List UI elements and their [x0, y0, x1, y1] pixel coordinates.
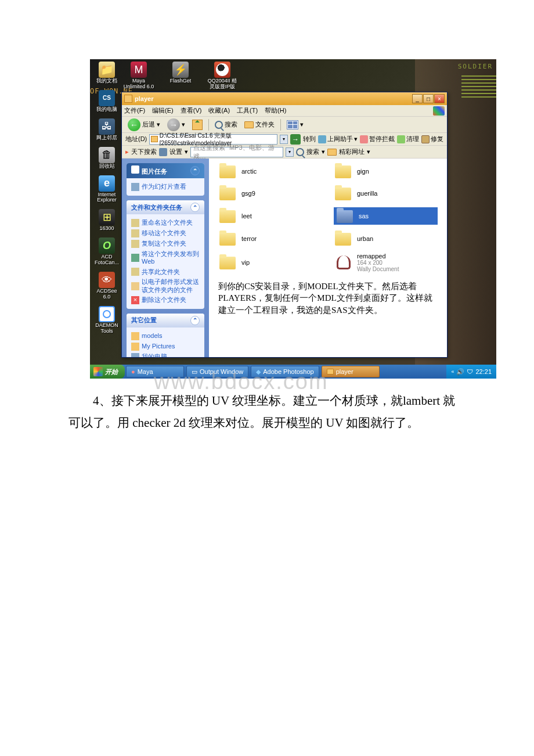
chevron-icon: ⌃ — [190, 203, 200, 212]
publish-label: 将这个文件夹发布到 Web — [142, 250, 200, 265]
desktop-icon-acd[interactable]: O ACD FotoCan... — [93, 237, 120, 266]
other-places-header[interactable]: 其它位置 ⌃ — [127, 314, 204, 327]
back-button[interactable]: ← 后退 ▾ — [125, 117, 163, 132]
folder-guerilla[interactable]: guerilla — [334, 185, 438, 201]
minimize-button[interactable]: _ — [412, 94, 423, 103]
deco-bars — [461, 73, 496, 100]
helper-link[interactable]: 上网助手▾ — [318, 135, 358, 143]
delete-task[interactable]: ×删除这个文件夹 — [131, 295, 200, 305]
taskbar-label: player — [336, 368, 353, 375]
system-tray[interactable]: « 🔊 🛡 22:21 — [446, 365, 496, 379]
move-task[interactable]: 移动这个文件夹 — [131, 228, 200, 239]
rename-task[interactable]: 重命名这个文件夹 — [131, 218, 200, 228]
folder-icon — [218, 163, 238, 179]
taskbar-output[interactable]: ▭Output Window — [186, 366, 248, 377]
folder-icon — [244, 121, 254, 128]
menu-help[interactable]: 帮助(H) — [265, 106, 286, 115]
search-icon — [296, 148, 304, 156]
desktop-icon-docs[interactable]: 📁 我的文档 — [93, 62, 120, 84]
email-icon — [131, 282, 139, 290]
mypics-link[interactable]: My Pictures — [131, 341, 200, 352]
desktop-icon-qq[interactable]: QQ2004II 精灵版显IP版 — [206, 62, 239, 90]
tx-label[interactable]: 天下搜索 — [131, 147, 157, 156]
folder-gsg9[interactable]: gsg9 — [218, 185, 322, 201]
desktop-icon-16300[interactable]: ⊞ 16300 — [93, 209, 120, 232]
models-link[interactable]: models — [131, 331, 200, 341]
file-remapped[interactable]: remapped 164 x 200 Wally Document — [334, 253, 438, 272]
folder-sas[interactable]: sas — [334, 207, 438, 225]
slideshow-task[interactable]: 作为幻灯片查看 — [131, 182, 200, 192]
body-area: 图片任务 ⌃ 作为幻灯片查看 文件和文件夹任务 ⌃ 重命名这个文件夹 移动这个文… — [122, 159, 447, 357]
folder-label: gign — [357, 168, 369, 175]
separator — [280, 119, 281, 131]
email-task[interactable]: 以电子邮件形式发送该文件夹内的文件 — [131, 277, 200, 294]
menu-fav[interactable]: 收藏(A) — [208, 106, 230, 115]
desktop-icon-recycle[interactable]: 🗑 回收站 — [93, 147, 120, 170]
tray-clock[interactable]: 22:21 — [475, 368, 492, 375]
menu-file[interactable]: 文件(F) — [124, 106, 145, 115]
recycle-icon: 🗑 — [99, 147, 115, 163]
ps-icon: ◆ — [256, 368, 261, 376]
taskbar-photoshop[interactable]: ◆Adobe Photoshop — [251, 366, 319, 377]
maximize-button[interactable]: □ — [423, 94, 434, 103]
repair-link[interactable]: 修复 — [421, 135, 443, 143]
folder-gign[interactable]: gign — [334, 163, 438, 179]
folder-icon — [334, 163, 353, 179]
folder-urban[interactable]: urban — [334, 231, 438, 247]
publish-task[interactable]: 将这个文件夹发布到 Web — [131, 249, 200, 267]
close-button[interactable]: × — [434, 94, 445, 103]
clean-icon — [397, 135, 405, 143]
mypics-label: My Pictures — [142, 343, 175, 350]
menu-view[interactable]: 查看(V) — [181, 106, 202, 115]
search-icon — [215, 121, 223, 129]
mycomputer-link[interactable]: 我的电脑 — [131, 352, 200, 357]
desktop-icon-cs[interactable]: CS 我的电脑 — [93, 90, 120, 113]
picture-tasks-header[interactable]: 图片任务 ⌃ — [127, 163, 204, 178]
share-task[interactable]: 共享此文件夹 — [131, 267, 200, 277]
address-dropdown[interactable]: ▾ — [280, 135, 288, 144]
body-paragraph: 4、接下来展开模型的 UV 纹理坐标。建立一个材质球，就lambert 就可以了… — [68, 390, 463, 434]
folders-button[interactable]: 文件夹 — [242, 119, 277, 130]
folder-leet[interactable]: leet — [218, 207, 322, 225]
forward-button[interactable]: → ▾ — [165, 117, 187, 132]
clean-link[interactable]: 清理 — [397, 135, 419, 143]
start-icon — [93, 367, 103, 376]
settings-label[interactable]: 设置 — [169, 147, 182, 156]
menu-edit[interactable]: 编辑(E) — [152, 106, 174, 115]
folder-vip[interactable]: vip — [218, 253, 322, 272]
links-label[interactable]: 精彩网址 — [339, 147, 365, 156]
ie-label: Internet Explorer — [93, 192, 120, 204]
tray-expand-icon[interactable]: « — [451, 369, 454, 375]
desktop-icon-maya[interactable]: M Maya Unlimited 6.0 — [122, 62, 155, 90]
copy-task[interactable]: 复制这个文件夹 — [131, 239, 200, 249]
search-btn-label[interactable]: 搜索 — [306, 147, 319, 156]
block-link[interactable]: 暂停拦截 — [360, 135, 395, 143]
rename-icon — [131, 219, 139, 227]
desktop-icon-ie[interactable]: e Internet Explorer — [93, 175, 120, 204]
tray-icon[interactable]: 🛡 — [467, 368, 473, 375]
desktop-icon-daemon[interactable]: DAEMON Tools — [93, 306, 120, 334]
search-dropdown[interactable]: ▾ — [286, 147, 294, 157]
taskbar-player[interactable]: player — [322, 366, 380, 377]
taskbar-maya[interactable]: ●Maya — [126, 366, 184, 377]
views-button[interactable]: ▾ — [284, 119, 306, 131]
search-input[interactable]: 点这里搜索 "MP3、电影、游戏… — [190, 147, 283, 157]
menu-tools[interactable]: 工具(T) — [237, 106, 258, 115]
up-button[interactable] — [190, 118, 205, 131]
desktop-icon-acdsee[interactable]: 👁 ACDSee 6.0 — [93, 272, 120, 300]
desktop-icon-network[interactable]: 🖧 网上邻居 — [93, 118, 120, 141]
start-button[interactable]: 开始 — [90, 365, 125, 379]
folder-terror[interactable]: terror — [218, 231, 322, 247]
helper-icon — [318, 135, 326, 143]
toolbar: ← 后退 ▾ → ▾ 搜索 文件夹 ▾ — [122, 117, 447, 133]
search-button[interactable]: 搜索 — [212, 119, 240, 130]
maya-icon: ● — [131, 368, 135, 375]
go-button[interactable]: → — [290, 134, 301, 145]
folder-arctic[interactable]: arctic — [218, 163, 322, 179]
content-area[interactable]: arctic gign gsg9 guerilla leet sas terro… — [209, 159, 447, 357]
desktop-icon-flashget[interactable]: ⚡ FlashGet — [164, 62, 197, 90]
folder-label: terror — [241, 235, 257, 242]
tray-icon[interactable]: 🔊 — [456, 368, 464, 376]
titlebar[interactable]: player _ □ × — [122, 92, 447, 105]
file-tasks-header[interactable]: 文件和文件夹任务 ⌃ — [127, 200, 204, 214]
